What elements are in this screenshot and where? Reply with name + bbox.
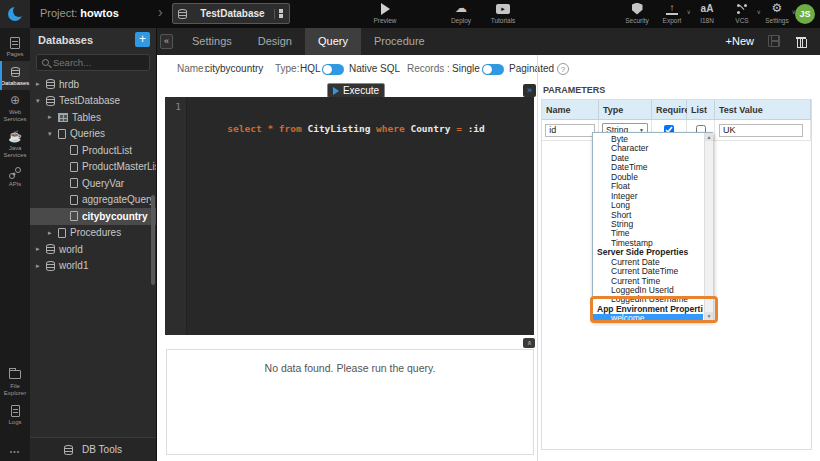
topbar-action[interactable]: ↑ Export ∨ [659,2,685,24]
add-database-button[interactable]: + [135,32,150,47]
tab[interactable]: Query [305,28,361,55]
dropdown-option[interactable]: DateTime [593,163,703,172]
search-box [36,54,150,71]
tree-item[interactable]: ▾ Queries [30,126,156,143]
topbar-action[interactable]: ☁ Deploy ∨ [448,2,474,24]
expand-arrow-icon[interactable]: ▾ [48,130,58,138]
database-tree: ▸ hrdb ▾ TestDatabase ▸ Tables ▾ [30,76,156,274]
tree-item[interactable]: ProductMasterList [30,159,156,176]
parameters-header-row: NameTypeRequiredListTest Value [542,100,811,120]
type-option-hql[interactable]: HQL [300,62,321,76]
context-tab-label: TestDatabase [191,8,274,19]
tab[interactable]: Settings [179,28,245,55]
project-breadcrumb: Project: howtos [40,7,119,19]
dropdown-option[interactable]: Long [593,201,703,210]
expand-arrow-icon[interactable]: ▸ [36,80,46,88]
cloud-upload-icon: ☁ [455,2,467,15]
dropdown-option[interactable]: String [593,220,703,229]
query-name-value: citybycountry [205,62,263,76]
dropdown-option[interactable]: LoggedIn Username [593,295,703,304]
rail-item[interactable]: Pages [0,32,30,61]
tree-item[interactable]: ▸ Procedures [30,225,156,242]
database-icon [46,244,55,254]
topbar-action[interactable]: aA I18N ∨ [694,2,720,24]
search-input[interactable] [53,57,144,68]
dropdown-option[interactable]: Current Date [593,258,703,267]
dropdown-scrollbar[interactable]: ▲ ▼ [704,133,713,320]
param-testvalue-input[interactable] [719,124,803,137]
topbar-action[interactable]: ⚙ Settings ∨ [764,2,790,24]
tree-item[interactable]: ProductList [30,142,156,159]
file-icon [70,211,78,221]
tree-item[interactable]: ▸ Tables [30,109,156,126]
i18n-icon: aA [701,2,714,15]
dropdown-option[interactable]: Integer [593,192,703,201]
dropdown-option[interactable]: Time [593,229,703,238]
new-button[interactable]: +New [726,35,754,47]
save-icon[interactable] [768,35,780,47]
name-label: Name: [177,62,206,76]
dropdown-option[interactable]: Float [593,182,703,191]
user-avatar[interactable]: JS [795,4,815,24]
panel-title: Databases [38,34,93,46]
rail-item[interactable]: Databases [0,61,30,90]
dropdown-option[interactable]: Character [593,144,703,153]
tab[interactable]: Procedure [361,28,438,55]
help-icon[interactable]: ? [557,63,569,75]
grid-menu-icon[interactable] [274,9,284,19]
dropdown-option[interactable]: Double [593,173,703,182]
type-toggle[interactable] [322,64,344,75]
dropdown-option[interactable]: Short [593,211,703,220]
tree-scrollbar[interactable] [151,195,155,285]
topbar-action[interactable]: VCS ∨ [729,2,755,24]
code-token: = [456,123,467,134]
dropdown-option[interactable]: Current Time [593,277,703,286]
scroll-down-icon[interactable]: ▼ [705,312,713,320]
tree-item[interactable]: ▸ hrdb [30,76,156,93]
expand-arrow-icon[interactable]: ▸ [48,229,58,237]
scroll-up-icon[interactable]: ▲ [705,133,713,141]
rail-item[interactable]: ⊕ Web Services [0,90,30,126]
expand-arrow-icon[interactable]: ▸ [36,245,46,253]
execute-button[interactable]: Execute [327,83,385,98]
database-icon [46,96,55,106]
rail-item[interactable]: Logs [0,400,30,429]
records-option-single[interactable]: Single [452,62,480,76]
dropdown-option[interactable]: Byte [593,135,703,144]
rail-item[interactable]: ☕ Java Services [0,126,30,162]
param-name-input[interactable] [545,124,594,137]
topbar-action[interactable]: Security ∨ [624,2,650,24]
sql-editor[interactable]: 1 select * from CityListing where Countr… [165,97,534,335]
expand-arrow-icon[interactable]: ▸ [36,262,46,270]
records-toggle[interactable] [482,64,504,75]
tab[interactable]: Design [245,28,305,55]
dropdown-option[interactable]: Timestamp [593,239,703,248]
expand-arrow-icon[interactable]: ▾ [36,97,46,105]
tree-item[interactable]: aggregateQuery [30,192,156,209]
tabbar: « Settings Design Query Procedure +New [157,28,820,55]
db-tools-button[interactable]: DB Tools [30,437,156,461]
dropdown-option[interactable]: Current DateTime [593,267,703,276]
delete-icon[interactable] [796,35,806,47]
more-options-icon[interactable]: ••• [0,448,30,455]
app-logo[interactable] [0,0,30,28]
rail-item[interactable]: APIs [0,162,30,191]
tree-item[interactable]: ▸ world [30,241,156,258]
expand-parameters-icon[interactable]: » [523,84,536,97]
topbar-action[interactable]: ▸ Tutorials ∨ [490,2,516,24]
tree-item[interactable]: ▸ world1 [30,258,156,275]
collapse-panel-icon[interactable]: « [160,34,173,49]
topbar-action[interactable]: Preview ∨ [372,2,398,24]
collapse-results-icon[interactable]: « [523,338,535,348]
records-option-paginated[interactable]: Paginated [509,62,554,76]
dropdown-option[interactable]: Date [593,154,703,163]
expand-arrow-icon[interactable]: ▸ [48,113,58,121]
context-tab-testdatabase[interactable]: TestDatabase [172,3,290,24]
type-option-nativesql[interactable]: Native SQL [349,62,400,76]
dropdown-option[interactable]: LoggedIn UserId [593,286,703,295]
tree-item[interactable]: QueryVar [30,175,156,192]
dropdown-option[interactable]: welcome [593,314,703,321]
tree-item[interactable]: citybycountry [30,208,156,225]
tree-item[interactable]: ▾ TestDatabase [30,93,156,110]
rail-item[interactable]: File Explorer [0,364,30,400]
